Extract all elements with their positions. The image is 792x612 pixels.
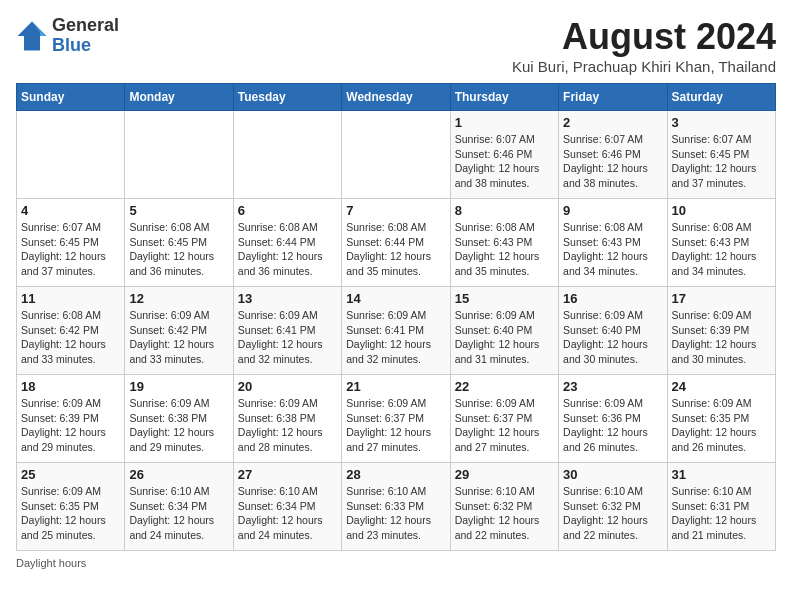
calendar-cell: 27Sunrise: 6:10 AM Sunset: 6:34 PM Dayli… — [233, 463, 341, 551]
calendar-cell: 15Sunrise: 6:09 AM Sunset: 6:40 PM Dayli… — [450, 287, 558, 375]
calendar-header-monday: Monday — [125, 84, 233, 111]
day-info: Sunrise: 6:10 AM Sunset: 6:31 PM Dayligh… — [672, 484, 771, 543]
day-number: 23 — [563, 379, 662, 394]
day-info: Sunrise: 6:09 AM Sunset: 6:41 PM Dayligh… — [238, 308, 337, 367]
calendar-cell — [342, 111, 450, 199]
calendar-header-row: SundayMondayTuesdayWednesdayThursdayFrid… — [17, 84, 776, 111]
location: Kui Buri, Prachuap Khiri Khan, Thailand — [512, 58, 776, 75]
calendar-cell — [17, 111, 125, 199]
day-number: 30 — [563, 467, 662, 482]
calendar-cell: 31Sunrise: 6:10 AM Sunset: 6:31 PM Dayli… — [667, 463, 775, 551]
calendar-cell: 11Sunrise: 6:08 AM Sunset: 6:42 PM Dayli… — [17, 287, 125, 375]
calendar-cell: 7Sunrise: 6:08 AM Sunset: 6:44 PM Daylig… — [342, 199, 450, 287]
day-number: 15 — [455, 291, 554, 306]
day-info: Sunrise: 6:09 AM Sunset: 6:40 PM Dayligh… — [455, 308, 554, 367]
day-number: 8 — [455, 203, 554, 218]
calendar-cell: 28Sunrise: 6:10 AM Sunset: 6:33 PM Dayli… — [342, 463, 450, 551]
calendar-cell: 25Sunrise: 6:09 AM Sunset: 6:35 PM Dayli… — [17, 463, 125, 551]
day-info: Sunrise: 6:10 AM Sunset: 6:32 PM Dayligh… — [563, 484, 662, 543]
day-number: 11 — [21, 291, 120, 306]
logo-text: General Blue — [52, 16, 119, 56]
day-info: Sunrise: 6:08 AM Sunset: 6:43 PM Dayligh… — [672, 220, 771, 279]
day-info: Sunrise: 6:09 AM Sunset: 6:37 PM Dayligh… — [346, 396, 445, 455]
day-info: Sunrise: 6:07 AM Sunset: 6:46 PM Dayligh… — [563, 132, 662, 191]
day-number: 4 — [21, 203, 120, 218]
day-info: Sunrise: 6:09 AM Sunset: 6:35 PM Dayligh… — [672, 396, 771, 455]
calendar-cell: 14Sunrise: 6:09 AM Sunset: 6:41 PM Dayli… — [342, 287, 450, 375]
calendar-week-row: 1Sunrise: 6:07 AM Sunset: 6:46 PM Daylig… — [17, 111, 776, 199]
day-number: 10 — [672, 203, 771, 218]
logo-blue: Blue — [52, 35, 91, 55]
day-number: 24 — [672, 379, 771, 394]
day-info: Sunrise: 6:09 AM Sunset: 6:38 PM Dayligh… — [238, 396, 337, 455]
calendar-header-saturday: Saturday — [667, 84, 775, 111]
day-number: 31 — [672, 467, 771, 482]
day-info: Sunrise: 6:09 AM Sunset: 6:37 PM Dayligh… — [455, 396, 554, 455]
day-number: 27 — [238, 467, 337, 482]
day-info: Sunrise: 6:09 AM Sunset: 6:39 PM Dayligh… — [21, 396, 120, 455]
calendar-header-friday: Friday — [559, 84, 667, 111]
calendar-week-row: 25Sunrise: 6:09 AM Sunset: 6:35 PM Dayli… — [17, 463, 776, 551]
day-number: 7 — [346, 203, 445, 218]
calendar-cell: 19Sunrise: 6:09 AM Sunset: 6:38 PM Dayli… — [125, 375, 233, 463]
day-number: 25 — [21, 467, 120, 482]
day-number: 22 — [455, 379, 554, 394]
day-info: Sunrise: 6:08 AM Sunset: 6:43 PM Dayligh… — [455, 220, 554, 279]
day-number: 16 — [563, 291, 662, 306]
day-info: Sunrise: 6:07 AM Sunset: 6:45 PM Dayligh… — [672, 132, 771, 191]
day-info: Sunrise: 6:07 AM Sunset: 6:45 PM Dayligh… — [21, 220, 120, 279]
day-number: 18 — [21, 379, 120, 394]
calendar-cell: 2Sunrise: 6:07 AM Sunset: 6:46 PM Daylig… — [559, 111, 667, 199]
calendar-cell: 22Sunrise: 6:09 AM Sunset: 6:37 PM Dayli… — [450, 375, 558, 463]
calendar-week-row: 11Sunrise: 6:08 AM Sunset: 6:42 PM Dayli… — [17, 287, 776, 375]
calendar-cell — [233, 111, 341, 199]
calendar-cell: 13Sunrise: 6:09 AM Sunset: 6:41 PM Dayli… — [233, 287, 341, 375]
day-number: 20 — [238, 379, 337, 394]
day-info: Sunrise: 6:09 AM Sunset: 6:40 PM Dayligh… — [563, 308, 662, 367]
calendar-cell: 24Sunrise: 6:09 AM Sunset: 6:35 PM Dayli… — [667, 375, 775, 463]
day-number: 26 — [129, 467, 228, 482]
day-info: Sunrise: 6:10 AM Sunset: 6:32 PM Dayligh… — [455, 484, 554, 543]
calendar-cell: 8Sunrise: 6:08 AM Sunset: 6:43 PM Daylig… — [450, 199, 558, 287]
day-info: Sunrise: 6:09 AM Sunset: 6:39 PM Dayligh… — [672, 308, 771, 367]
day-number: 12 — [129, 291, 228, 306]
day-info: Sunrise: 6:09 AM Sunset: 6:35 PM Dayligh… — [21, 484, 120, 543]
calendar-header-thursday: Thursday — [450, 84, 558, 111]
calendar-cell: 23Sunrise: 6:09 AM Sunset: 6:36 PM Dayli… — [559, 375, 667, 463]
calendar-cell: 12Sunrise: 6:09 AM Sunset: 6:42 PM Dayli… — [125, 287, 233, 375]
calendar-cell: 30Sunrise: 6:10 AM Sunset: 6:32 PM Dayli… — [559, 463, 667, 551]
day-info: Sunrise: 6:07 AM Sunset: 6:46 PM Dayligh… — [455, 132, 554, 191]
calendar-header-wednesday: Wednesday — [342, 84, 450, 111]
day-number: 21 — [346, 379, 445, 394]
logo-icon — [16, 20, 48, 52]
day-info: Sunrise: 6:08 AM Sunset: 6:45 PM Dayligh… — [129, 220, 228, 279]
day-info: Sunrise: 6:08 AM Sunset: 6:43 PM Dayligh… — [563, 220, 662, 279]
footer-text: Daylight hours — [16, 557, 86, 569]
footer-note: Daylight hours — [16, 557, 776, 569]
calendar-cell: 26Sunrise: 6:10 AM Sunset: 6:34 PM Dayli… — [125, 463, 233, 551]
calendar-header-tuesday: Tuesday — [233, 84, 341, 111]
day-number: 3 — [672, 115, 771, 130]
calendar-cell — [125, 111, 233, 199]
calendar-header-sunday: Sunday — [17, 84, 125, 111]
day-info: Sunrise: 6:08 AM Sunset: 6:44 PM Dayligh… — [346, 220, 445, 279]
calendar-cell: 10Sunrise: 6:08 AM Sunset: 6:43 PM Dayli… — [667, 199, 775, 287]
title-area: August 2024 Kui Buri, Prachuap Khiri Kha… — [512, 16, 776, 75]
day-number: 17 — [672, 291, 771, 306]
day-info: Sunrise: 6:10 AM Sunset: 6:34 PM Dayligh… — [129, 484, 228, 543]
calendar-cell: 16Sunrise: 6:09 AM Sunset: 6:40 PM Dayli… — [559, 287, 667, 375]
day-number: 9 — [563, 203, 662, 218]
calendar-week-row: 18Sunrise: 6:09 AM Sunset: 6:39 PM Dayli… — [17, 375, 776, 463]
day-number: 29 — [455, 467, 554, 482]
calendar-cell: 29Sunrise: 6:10 AM Sunset: 6:32 PM Dayli… — [450, 463, 558, 551]
calendar-week-row: 4Sunrise: 6:07 AM Sunset: 6:45 PM Daylig… — [17, 199, 776, 287]
day-number: 13 — [238, 291, 337, 306]
day-number: 28 — [346, 467, 445, 482]
day-number: 14 — [346, 291, 445, 306]
calendar-cell: 3Sunrise: 6:07 AM Sunset: 6:45 PM Daylig… — [667, 111, 775, 199]
day-info: Sunrise: 6:09 AM Sunset: 6:41 PM Dayligh… — [346, 308, 445, 367]
logo-general: General — [52, 15, 119, 35]
calendar-table: SundayMondayTuesdayWednesdayThursdayFrid… — [16, 83, 776, 551]
calendar-cell: 18Sunrise: 6:09 AM Sunset: 6:39 PM Dayli… — [17, 375, 125, 463]
day-number: 6 — [238, 203, 337, 218]
